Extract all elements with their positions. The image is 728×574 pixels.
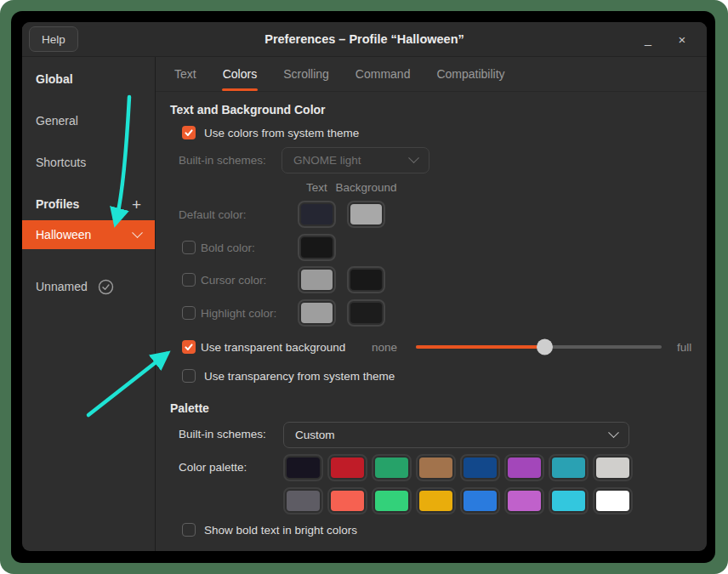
column-header-text: Text [298, 181, 336, 194]
palette-color-3[interactable] [416, 454, 456, 481]
tab-compatibility[interactable]: Compatibility [436, 57, 504, 91]
palette-color-2[interactable] [372, 454, 412, 481]
builtin-schemes-value-palette: Custom [295, 429, 335, 441]
default-background-color-swatch [347, 201, 385, 228]
window-shadow: Help Preferences – Profile “Halloween” –… [11, 11, 715, 563]
minimize-icon: – [645, 37, 651, 51]
slider-fill [416, 345, 545, 349]
tab-colors[interactable]: Colors [223, 57, 257, 91]
transparency-slider[interactable] [416, 345, 662, 349]
sidebar-item-shortcuts[interactable]: Shortcuts [22, 148, 155, 177]
palette-color-5[interactable] [504, 454, 544, 481]
text-bg-heading: Text and Background Color [170, 103, 326, 117]
minimize-button[interactable]: – [637, 28, 659, 50]
palette-color-11[interactable] [416, 487, 456, 514]
sidebar-header-profiles-label: Profiles [36, 197, 79, 211]
sidebar-item-general[interactable]: General [22, 106, 155, 135]
bold-text-color-swatch [298, 234, 336, 261]
cursor-color-label: Cursor color: [201, 274, 266, 287]
palette-color-8[interactable] [283, 487, 323, 514]
transparent-background-row: Use transparent background none full [156, 333, 707, 361]
palette-row-1 [283, 454, 633, 481]
show-bold-label: Show bold text in bright colors [204, 524, 357, 537]
sidebar-item-unnamed[interactable]: Unnamed [22, 272, 155, 301]
transparency-from-theme-row: Use transparency from system theme [182, 369, 395, 383]
highlight-background-swatch [347, 299, 385, 327]
tab-bar: Text Colors Scrolling Command Compatibil… [156, 57, 707, 92]
palette-heading: Palette [170, 401, 209, 415]
palette-color-12[interactable] [460, 487, 500, 514]
default-color-row: Default color: [156, 201, 707, 228]
tab-text[interactable]: Text [174, 57, 196, 91]
slider-handle[interactable] [537, 339, 553, 355]
bold-color-label: Bold color: [201, 242, 255, 254]
palette-color-13[interactable] [504, 487, 544, 514]
palette-color-0[interactable] [283, 454, 323, 481]
default-color-label: Default color: [179, 208, 247, 221]
window-body: Global General Shortcuts Profiles + [22, 57, 707, 551]
color-palette-label: Color palette: [179, 461, 247, 474]
close-icon: × [679, 32, 686, 47]
highlight-color-row: Highlight color: [156, 299, 707, 327]
sidebar-item-halloween[interactable]: Halloween [22, 220, 155, 249]
sidebar: Global General Shortcuts Profiles + [22, 57, 156, 551]
add-profile-button[interactable]: + [132, 196, 141, 213]
tab-scrolling[interactable]: Scrolling [283, 57, 329, 91]
transparency-from-theme-label: Use transparency from system theme [204, 370, 395, 383]
palette-color-4[interactable] [460, 454, 500, 481]
sidebar-item-shortcuts-label: Shortcuts [36, 156, 86, 169]
palette-color-14[interactable] [549, 487, 589, 514]
close-button[interactable]: × [671, 28, 693, 50]
default-text-color-swatch [298, 201, 336, 228]
help-button[interactable]: Help [29, 26, 78, 52]
use-system-theme-row: Use colors from system theme [182, 126, 359, 139]
builtin-schemes-label-textbg: Built-in schemes: [179, 154, 266, 167]
chevron-down-icon [408, 152, 419, 163]
palette-row-2 [283, 487, 633, 514]
highlight-color-checkbox [182, 306, 196, 320]
slider-min-label: none [372, 341, 397, 354]
palette-color-9[interactable] [327, 487, 367, 514]
palette-color-7[interactable] [593, 454, 633, 481]
show-bold-checkbox[interactable] [182, 523, 196, 537]
sidebar-header-global-label: Global [36, 72, 73, 86]
palette-color-6[interactable] [549, 454, 589, 481]
cursor-foreground-swatch [298, 266, 336, 293]
palette-color-1[interactable] [327, 454, 367, 481]
builtin-schemes-dropdown-palette[interactable]: Custom [283, 422, 629, 448]
show-bold-row: Show bold text in bright colors [182, 523, 357, 537]
use-system-theme-label: Use colors from system theme [204, 127, 359, 139]
titlebar: Help Preferences – Profile “Halloween” –… [22, 22, 707, 57]
bold-color-checkbox [182, 241, 196, 254]
colors-tab-content: Text and Background Color Use colors fro… [156, 91, 707, 551]
chevron-down-icon[interactable] [132, 227, 143, 238]
chevron-down-icon [608, 427, 619, 438]
check-circle-icon [98, 279, 114, 295]
use-transparent-background-checkbox[interactable] [182, 340, 196, 354]
checkmark-icon [184, 128, 194, 138]
main-panel: Text Colors Scrolling Command Compatibil… [156, 57, 707, 551]
desktop-background: Help Preferences – Profile “Halloween” –… [0, 0, 728, 574]
window-controls: – × [637, 28, 693, 50]
use-transparent-background-label: Use transparent background [201, 341, 345, 354]
slider-max-label: full [677, 341, 691, 354]
cursor-color-checkbox [182, 273, 196, 287]
use-system-theme-checkbox[interactable] [182, 126, 196, 139]
sidebar-header-profiles: Profiles + [22, 190, 155, 219]
palette-color-15[interactable] [593, 487, 633, 514]
cursor-color-row: Cursor color: [156, 266, 707, 293]
builtin-schemes-value-textbg: GNOME light [293, 154, 361, 167]
tab-command[interactable]: Command [355, 57, 411, 91]
bold-color-row: Bold color: [156, 234, 707, 261]
cursor-background-swatch [347, 266, 385, 293]
palette-color-10[interactable] [372, 487, 412, 514]
transparency-from-theme-checkbox[interactable] [182, 369, 196, 383]
builtin-schemes-dropdown-textbg: GNOME light [282, 147, 429, 173]
screenshot-canvas: Help Preferences – Profile “Halloween” –… [0, 0, 728, 574]
highlight-color-label: Highlight color: [201, 307, 276, 320]
checkmark-icon [184, 342, 194, 352]
column-header-background: Background [347, 181, 385, 194]
sidebar-item-general-label: General [36, 114, 78, 128]
builtin-schemes-label-palette: Built-in schemes: [179, 428, 266, 440]
sidebar-item-unnamed-label: Unnamed [36, 280, 88, 293]
